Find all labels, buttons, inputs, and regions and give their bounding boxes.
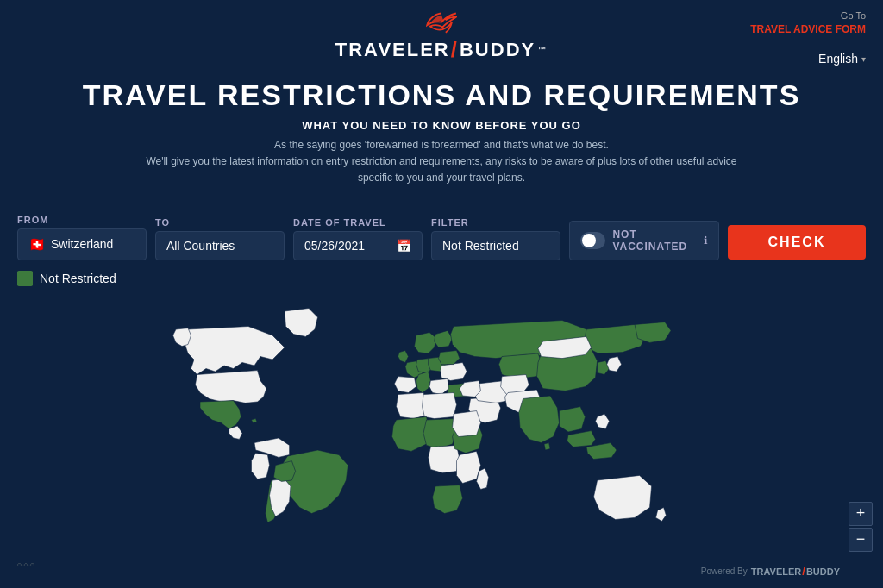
footer-brand-right: BUDDY (806, 566, 840, 577)
language-selector[interactable]: English ▾ (818, 52, 866, 66)
from-input[interactable]: 🇨🇭 Switzerland (17, 228, 147, 260)
filter-label: FILTER (431, 217, 560, 228)
from-value: Switzerland (51, 237, 113, 251)
info-icon[interactable]: ℹ (704, 235, 708, 247)
filter-value: Not Restricted (442, 239, 519, 253)
footer-logo: TRAVELER / BUDDY (751, 565, 840, 578)
page-title: TRAVEL RESTRICTIONS AND REQUIREMENTS (17, 78, 866, 112)
date-value: 05/26/2021 (304, 239, 365, 253)
map-legend: Not Restricted (0, 271, 883, 286)
filter-input[interactable]: Not Restricted (431, 231, 560, 260)
description-line2: We'll give you the latest information on… (146, 155, 736, 184)
vaccination-toggle[interactable] (580, 232, 605, 249)
toggle-group: NOT VACCINATED ℹ (569, 201, 719, 260)
logo-slash-icon: / (451, 36, 459, 63)
from-label: FROM (17, 215, 147, 225)
switzerland-flag-icon: 🇨🇭 (28, 236, 46, 253)
logo-left: TRAVELER (335, 39, 450, 61)
calendar-icon: 📅 (397, 239, 411, 253)
logo-tm: ™ (537, 45, 548, 54)
go-to-label: Go To (750, 10, 866, 21)
footer-brand-left: TRAVELER (751, 566, 801, 577)
header: TRAVELER / BUDDY ™ Go To TRAVEL ADVICE F… (0, 0, 883, 70)
footer-slash-icon: / (802, 565, 805, 578)
to-value: All Countries (166, 239, 235, 253)
description-line1: As the saying goes 'forewarned is forear… (274, 139, 609, 151)
date-input[interactable]: 05/26/2021 📅 (293, 231, 423, 260)
legend-color-swatch (17, 271, 33, 286)
powered-by-footer: Powered By TRAVELER / BUDDY (701, 565, 840, 578)
bird-logo-icon (426, 10, 457, 34)
zoom-controls: + − (849, 502, 873, 552)
language-label: English (818, 52, 858, 66)
search-bar: FROM 🇨🇭 Switzerland TO All Countries DAT… (0, 201, 883, 260)
zoom-in-button[interactable]: + (849, 502, 873, 526)
date-label: DATE OF TRAVEL (293, 217, 423, 228)
travel-advice-link[interactable]: TRAVEL ADVICE FORM (750, 23, 866, 35)
map-container: + − (0, 293, 883, 588)
page-description: As the saying goes 'forewarned is forear… (140, 137, 743, 187)
vaccination-toggle-row: NOT VACCINATED ℹ (569, 221, 719, 260)
top-right-nav: Go To TRAVEL ADVICE FORM (750, 10, 866, 36)
vaccination-label: NOT VACCINATED (612, 228, 697, 253)
chevron-down-icon: ▾ (861, 54, 866, 64)
world-map[interactable] (0, 293, 883, 588)
zoom-out-button[interactable]: − (849, 528, 873, 552)
logo: TRAVELER / BUDDY ™ (335, 10, 548, 63)
to-label: TO (155, 217, 285, 228)
from-field-group: FROM 🇨🇭 Switzerland (17, 215, 147, 260)
date-field-group: DATE OF TRAVEL 05/26/2021 📅 (293, 217, 423, 260)
to-input[interactable]: All Countries (155, 231, 285, 260)
main-content: TRAVEL RESTRICTIONS AND REQUIREMENTS WHA… (0, 70, 883, 187)
check-button[interactable]: CHECK (728, 225, 866, 260)
to-field-group: TO All Countries (155, 217, 285, 260)
logo-text: TRAVELER / BUDDY ™ (335, 36, 548, 63)
filter-field-group: FILTER Not Restricted (431, 217, 560, 260)
logo-right: BUDDY (460, 39, 535, 61)
powered-by-label: Powered By (701, 566, 748, 576)
page-subtitle: WHAT YOU NEED TO KNOW BEFORE YOU GO (17, 119, 866, 132)
squiggle-decoration: 〰 (17, 556, 34, 576)
legend-label: Not Restricted (40, 272, 116, 285)
